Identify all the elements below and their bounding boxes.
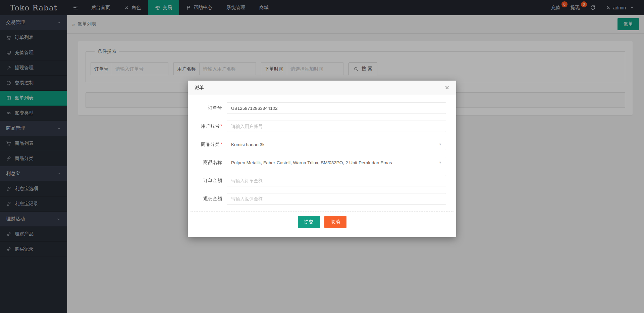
product-category-value: Komisi harian 3k [231, 142, 265, 147]
order-no-row: 订单号 [195, 102, 446, 114]
product-name-value: Pulpen Metalik, Faber-Castell, Warna Tri… [231, 160, 392, 165]
modal-footer: 提交 取消 [188, 212, 456, 237]
order-no-input[interactable] [227, 102, 446, 114]
cancel-button[interactable]: 取消 [324, 216, 346, 228]
product-name-select[interactable]: Pulpen Metalik, Faber-Castell, Warna Tri… [227, 157, 446, 168]
user-account-row: 用户账号* [195, 121, 446, 132]
dispatch-modal: 派单 ✕ 订单号 用户账号* 商品分类* Komisi harian 3k ▼ … [188, 81, 456, 237]
dropdown-arrow-icon: ▼ [439, 143, 442, 146]
product-name-label: 商品名称 [195, 160, 222, 166]
order-amount-label: 订单金额 [195, 178, 222, 184]
order-amount-row: 订单金额 [195, 175, 446, 186]
order-no-label: 订单号 [195, 105, 222, 111]
modal-header: 派单 ✕ [188, 81, 456, 95]
modal-body: 订单号 用户账号* 商品分类* Komisi harian 3k ▼ 商品名称 … [188, 95, 456, 205]
user-account-input[interactable] [227, 121, 446, 132]
submit-button[interactable]: 提交 [298, 216, 320, 228]
required-marker: * [220, 141, 222, 146]
user-account-label: 用户账号* [195, 123, 222, 129]
product-category-row: 商品分类* Komisi harian 3k ▼ [195, 139, 446, 150]
close-icon[interactable]: ✕ [445, 85, 449, 91]
product-category-label: 商品分类* [195, 141, 222, 147]
product-name-row: 商品名称 Pulpen Metalik, Faber-Castell, Warn… [195, 157, 446, 168]
rebate-amount-row: 返佣金额 [195, 193, 446, 205]
modal-title: 派单 [195, 85, 204, 91]
required-marker: * [220, 123, 222, 128]
order-amount-input[interactable] [227, 175, 446, 186]
rebate-amount-input[interactable] [227, 193, 446, 205]
rebate-amount-label: 返佣金额 [195, 196, 222, 202]
dropdown-arrow-icon: ▼ [439, 161, 442, 164]
product-category-select[interactable]: Komisi harian 3k ▼ [227, 139, 446, 150]
